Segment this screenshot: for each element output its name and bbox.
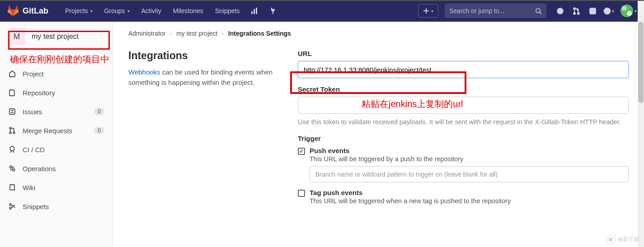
svg-point-21 (10, 166, 12, 168)
help-icon[interactable]: ▾ (602, 4, 616, 18)
operations-icon (8, 164, 16, 172)
nav-admin-icon[interactable] (263, 0, 282, 22)
svg-rect-4 (423, 10, 429, 11)
chevron-down-icon: ▾ (127, 9, 130, 14)
nav-groups[interactable]: Groups▾ (99, 0, 136, 22)
sidebar-item-label: Repository (23, 89, 104, 97)
gitlab-logo[interactable]: GitLab (7, 5, 48, 17)
breadcrumb: Administrator › my test project › Integr… (128, 30, 629, 37)
chevron-down-icon: ▾ (612, 9, 614, 14)
annotation-box (290, 71, 466, 94)
nav-projects[interactable]: Projects▾ (59, 0, 99, 22)
chevron-down-icon: ▾ (431, 9, 433, 14)
issues-icon[interactable] (553, 4, 567, 18)
nav-metrics-icon[interactable] (245, 0, 263, 22)
annotation-box (8, 31, 110, 50)
sidebar-item-merge-requests[interactable]: Merge Requests 0 (0, 121, 113, 140)
sidebar-item-label: Project (23, 70, 104, 78)
page-title: Integrations (128, 50, 280, 62)
sidebar-item-label: Wiki (23, 184, 104, 191)
watermark: K 创新互联 (606, 234, 639, 244)
push-events-title: Push events (310, 147, 629, 154)
breadcrumb-link[interactable]: Administrator (128, 30, 165, 37)
book-icon (8, 183, 16, 191)
trigger-tag-push-events: Tag push events This URL will be trigger… (298, 189, 629, 205)
sidebar-item-label: CI / CD (23, 146, 104, 154)
svg-point-8 (559, 10, 561, 12)
chevron-right-icon: › (222, 31, 224, 36)
svg-point-5 (536, 8, 540, 12)
sidebar-item-label: Operations (23, 165, 104, 172)
tag-push-desc: This URL will be triggered when a new ta… (310, 197, 629, 205)
merge-request-icon (8, 126, 16, 135)
plus-icon (423, 8, 429, 14)
watermark-logo-icon: K (606, 234, 616, 244)
search-icon (535, 8, 542, 14)
tag-push-events-checkbox[interactable] (298, 190, 305, 197)
push-branch-filter-input[interactable] (310, 166, 629, 182)
chevron-right-icon: › (170, 31, 172, 36)
svg-rect-0 (251, 11, 253, 14)
home-icon (8, 70, 16, 78)
nav-milestones[interactable]: Milestones (167, 0, 209, 22)
page-description: Webhooks can be used for binding events … (128, 67, 280, 88)
search-box[interactable] (445, 4, 546, 18)
svg-rect-2 (256, 8, 257, 14)
svg-point-14 (607, 13, 607, 13)
tag-push-title: Tag push events (310, 189, 629, 196)
annotation-text: 粘贴在jenkins上复制的url (362, 98, 463, 110)
count-badge: 0 (94, 127, 104, 134)
new-dropdown-button[interactable]: ▾ (418, 4, 438, 18)
document-icon (8, 89, 16, 97)
svg-point-10 (573, 12, 575, 14)
svg-point-22 (13, 169, 15, 171)
breadcrumb-current: Integrations Settings (228, 30, 291, 37)
svg-rect-15 (9, 109, 15, 114)
sidebar-item-project[interactable]: Project (0, 64, 113, 83)
issues-icon (8, 107, 16, 116)
todos-icon[interactable] (585, 4, 600, 18)
nav-activity[interactable]: Activity (136, 0, 167, 22)
sidebar-item-wiki[interactable]: Wiki (0, 178, 113, 197)
url-label: URL (298, 50, 629, 57)
search-input[interactable] (449, 7, 535, 14)
sidebar-item-label: Merge Requests (23, 127, 88, 135)
nav-snippets[interactable]: Snippets (209, 0, 245, 22)
chevron-down-icon: ▾ (635, 9, 637, 14)
trigger-push-events: Push events This URL will be triggered b… (298, 147, 629, 182)
watermark-text: 创新互联 (618, 236, 639, 243)
sidebar-item-operations[interactable]: Operations (0, 159, 113, 178)
svg-point-19 (9, 132, 11, 134)
sidebar-item-issues[interactable]: Issues 0 (0, 102, 113, 121)
svg-point-11 (577, 12, 579, 14)
count-badge: 0 (94, 108, 104, 115)
scissors-icon (8, 202, 16, 210)
svg-point-20 (13, 132, 15, 134)
push-events-desc: This URL will be triggered by a push to … (310, 155, 629, 163)
svg-point-18 (9, 127, 11, 129)
svg-point-24 (9, 207, 11, 209)
push-events-checkbox[interactable] (298, 148, 305, 155)
webhooks-link[interactable]: Webhooks (128, 68, 160, 76)
scrollbar-thumb[interactable] (638, 22, 644, 103)
sidebar-item-snippets[interactable]: Snippets (0, 197, 113, 216)
svg-rect-1 (254, 9, 255, 14)
brand-text: GitLab (23, 6, 48, 16)
merge-requests-icon[interactable] (569, 4, 583, 18)
secret-token-input[interactable] (298, 97, 629, 114)
svg-point-9 (573, 8, 575, 9)
breadcrumb-link[interactable]: my test project (176, 30, 217, 37)
sidebar-item-label: Snippets (23, 203, 104, 210)
annotation-text: 确保在刚刚创建的项目中 (10, 53, 109, 65)
user-menu[interactable]: ▾ (618, 5, 637, 17)
sidebar-item-repository[interactable]: Repository (0, 83, 113, 102)
main-content: Administrator › my test project › Integr… (113, 22, 644, 247)
rocket-icon (8, 145, 16, 154)
svg-line-6 (540, 12, 541, 14)
svg-point-23 (9, 204, 11, 205)
top-navbar: GitLab Projects▾ Groups▾ Activity Milest… (0, 0, 644, 22)
sidebar-item-cicd[interactable]: CI / CD (0, 140, 113, 159)
trigger-label: Trigger (298, 135, 629, 142)
gitlab-icon (7, 5, 19, 17)
chevron-down-icon: ▾ (90, 9, 93, 14)
